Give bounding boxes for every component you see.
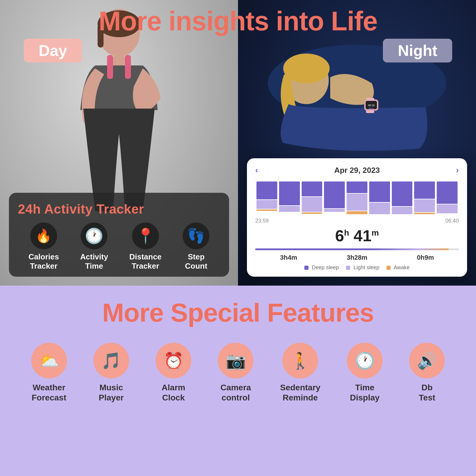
light-sleep-bar xyxy=(302,197,322,212)
sleep-progress-bar xyxy=(255,248,459,250)
activity-time-label: ActivityTime xyxy=(80,252,108,271)
light-sleep-stat: 3h28m xyxy=(347,254,367,262)
music-label: MusicPlayer xyxy=(99,383,124,403)
sleep-start-time: 23:59 xyxy=(255,218,269,224)
deep-sleep-bar xyxy=(392,181,413,206)
activity-item-calories: 🔥 CaloriesTracker xyxy=(29,223,59,271)
sleep-bar-group xyxy=(369,181,390,214)
legend-light: Light sleep xyxy=(346,264,379,271)
sleep-bar-group xyxy=(256,181,277,214)
day-panel: Day xyxy=(0,0,238,286)
svg-rect-10 xyxy=(125,55,131,79)
sleep-total: 6h 41m xyxy=(255,226,459,245)
sleep-next-btn[interactable]: › xyxy=(456,165,459,175)
sleep-prev-btn[interactable]: ‹ xyxy=(255,165,258,175)
awake-bar xyxy=(414,213,435,214)
awake-bar xyxy=(256,209,277,211)
awake-stat: 0h9m xyxy=(417,254,434,262)
deep-sleep-bar xyxy=(437,181,458,204)
sedentary-label: SedentaryReminde xyxy=(280,383,320,403)
sedentary-icon: 🚶 xyxy=(282,343,318,378)
deep-sleep-bar xyxy=(256,181,277,199)
activity-item-distance: 📍 DistanceTracker xyxy=(129,223,162,271)
svg-rect-3 xyxy=(113,55,125,67)
activity-item-step: 👣 StepCount xyxy=(183,223,209,271)
sleep-chart xyxy=(255,178,459,214)
features-title: More Special Features xyxy=(102,298,374,328)
camera-label: Cameracontrol xyxy=(220,383,251,403)
db-test-label: DbTest xyxy=(419,383,436,403)
activity-overlay: 24h Activity Tracker 🔥 CaloriesTracker 🕐… xyxy=(9,193,229,277)
light-sleep-bar xyxy=(324,209,345,212)
weather-label: WeatherForecast xyxy=(32,383,66,403)
alarm-label: AlarmClock xyxy=(162,383,185,403)
sleep-stats-row: 3h4m 3h28m 0h9m xyxy=(255,254,459,262)
time-label: TimeDisplay xyxy=(350,383,380,403)
top-section: More insights into Life Day xyxy=(0,0,476,286)
day-label: Day xyxy=(24,39,82,62)
light-sleep-bar xyxy=(256,200,277,209)
deep-sleep-dot xyxy=(304,266,309,270)
activity-item-time: 🕐 ActivityTime xyxy=(80,223,108,271)
feature-weather: ⛅ WeatherForecast xyxy=(31,343,67,403)
light-sleep-bar xyxy=(347,194,367,211)
deep-sleep-bar xyxy=(347,181,367,193)
music-icon: 🎵 xyxy=(93,343,129,378)
alarm-icon: ⏰ xyxy=(156,343,191,378)
sleep-bar-group xyxy=(279,181,300,214)
sleep-card: ‹ Apr 29, 2023 › 23:59 06:40 6h 41m 3h4m… xyxy=(247,158,467,277)
sleep-card-header: ‹ Apr 29, 2023 › xyxy=(255,165,459,175)
sleep-minutes: 41 xyxy=(354,227,372,245)
db-test-icon: 🔊 xyxy=(409,343,445,378)
time-icon: 🕐 xyxy=(347,343,383,378)
light-sleep-bar xyxy=(437,204,458,213)
camera-icon: 📷 xyxy=(218,343,253,378)
svg-rect-9 xyxy=(107,55,113,79)
activity-time-icon-circle: 🕐 xyxy=(81,223,107,249)
sleep-bar-group xyxy=(437,181,458,214)
feature-sedentary: 🚶 SedentaryReminde xyxy=(280,343,320,403)
step-label: StepCount xyxy=(185,252,207,271)
features-row: ⛅ WeatherForecast 🎵 MusicPlayer ⏰ AlarmC… xyxy=(18,343,458,403)
activity-icons-row: 🔥 CaloriesTracker 🕐 ActivityTime 📍 Dista… xyxy=(18,223,220,271)
sleep-date: Apr 29, 2023 xyxy=(334,166,380,175)
deep-sleep-stat: 3h4m xyxy=(280,254,297,262)
sleep-bar-group xyxy=(302,181,322,214)
feature-camera: 📷 Cameracontrol xyxy=(218,343,253,403)
activity-title: 24h Activity Tracker xyxy=(18,202,220,217)
deep-sleep-bar xyxy=(279,181,300,205)
light-sleep-bar xyxy=(369,203,390,214)
deep-sleep-bar xyxy=(369,181,390,202)
night-panel: Night 08:30 Sleep xyxy=(238,0,476,286)
deep-sleep-bar xyxy=(324,181,345,208)
awake-bar xyxy=(302,212,322,214)
legend-deep: Deep sleep xyxy=(304,264,339,271)
feature-music: 🎵 MusicPlayer xyxy=(93,343,129,403)
sleep-bar-group xyxy=(347,181,367,214)
distance-label: DistanceTracker xyxy=(129,252,162,271)
awake-bar xyxy=(347,211,367,214)
sleep-end-time: 06:40 xyxy=(445,218,459,224)
sleep-time-row: 23:59 06:40 xyxy=(255,218,459,224)
weather-icon: ⛅ xyxy=(31,343,67,378)
calories-label: CaloriesTracker xyxy=(29,252,59,271)
sleep-progress-fill xyxy=(255,248,449,250)
deep-sleep-bar xyxy=(414,181,435,199)
sleep-bar-group xyxy=(414,181,435,214)
deep-sleep-bar xyxy=(302,181,322,196)
feature-time: 🕐 TimeDisplay xyxy=(347,343,383,403)
light-sleep-bar xyxy=(392,207,413,214)
night-label: Night xyxy=(383,39,452,62)
bottom-section: More Special Features ⛅ WeatherForecast … xyxy=(0,286,476,476)
feature-db-test: 🔊 DbTest xyxy=(409,343,445,403)
headline: More insights into Life xyxy=(0,6,476,37)
awake-dot xyxy=(386,266,391,270)
sleep-bar-group xyxy=(324,181,345,214)
sleep-bar-group xyxy=(392,181,413,214)
sleep-hours: 6 xyxy=(335,227,344,245)
feature-alarm: ⏰ AlarmClock xyxy=(156,343,191,403)
legend-awake: Awake xyxy=(386,264,410,271)
sleep-legend: Deep sleep Light sleep Awake xyxy=(255,264,459,271)
light-sleep-bar xyxy=(279,206,300,212)
light-sleep-dot xyxy=(346,266,350,270)
